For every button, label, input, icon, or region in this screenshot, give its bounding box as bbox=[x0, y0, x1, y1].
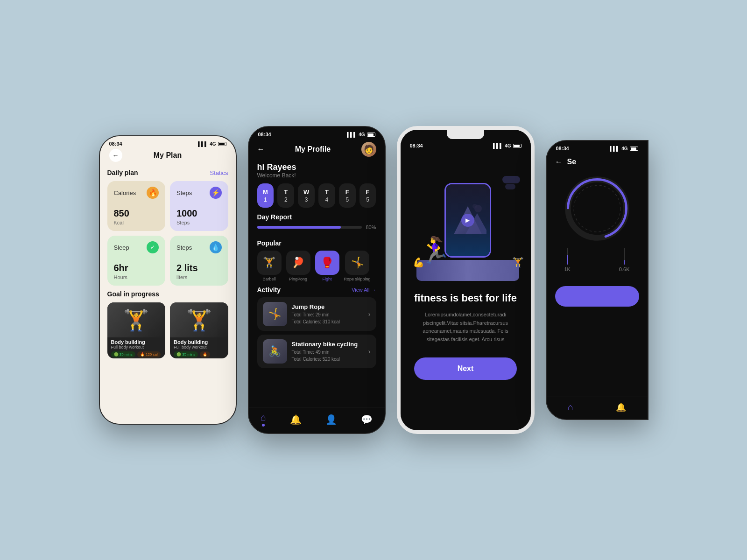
nav-profile[interactable]: 👤 bbox=[325, 414, 337, 425]
sleep-title: Sleep bbox=[114, 244, 129, 251]
goal-section: Goal in progress 🏋️ Body building Full b… bbox=[107, 290, 228, 358]
sleep-card: Sleep ✓ 6hr Hours bbox=[107, 236, 166, 286]
activity-chevron-1: › bbox=[368, 310, 371, 318]
sleep-unit: Hours bbox=[114, 274, 159, 280]
svg-point-6 bbox=[574, 185, 620, 232]
activity-details-2: Total Time: 49 minTotal Calories: 520 kc… bbox=[292, 349, 364, 363]
plan-body: Daily plan Statics Calories 🔥 850 Kcal bbox=[100, 164, 236, 424]
activity-section: Activity View All → 🤸 Jump Rope Total Ti… bbox=[249, 286, 385, 372]
water-title: Steps bbox=[176, 244, 192, 251]
chart-labels: 1K 0.6K bbox=[555, 248, 639, 272]
stats-grid: Calories 🔥 850 Kcal Steps ⚡ 1000 Step bbox=[107, 181, 228, 286]
day-btn-wed[interactable]: W 3 bbox=[298, 183, 315, 208]
sleep-icon: ✓ bbox=[147, 241, 159, 253]
popular-barbell[interactable]: 🏋 Barbell bbox=[257, 251, 282, 281]
activity-name-2: Stationary bike cycling bbox=[292, 341, 364, 348]
circle-chart bbox=[562, 174, 632, 244]
phone4-back-btn[interactable]: ← bbox=[555, 158, 563, 166]
fitness-description: Loremipsumdolamet,consecteturadi piscing… bbox=[412, 311, 520, 343]
phone1-statusbar: 08:34 ▌▌▌ 4G bbox=[100, 136, 236, 148]
nav-chat[interactable]: 💬 bbox=[361, 414, 373, 425]
phone2-statusbar: 08:34 ▌▌▌ 4G bbox=[249, 127, 385, 139]
steps-icon: ⚡ bbox=[210, 187, 222, 199]
popular-title: Popular bbox=[257, 239, 376, 247]
day-btn-mon[interactable]: M 1 bbox=[257, 183, 274, 208]
phone-4: 08:34 ▌▌▌ 4G ← Se bbox=[546, 140, 648, 420]
goal-card-2-title: Body building bbox=[174, 339, 225, 345]
phone1-time: 08:34 bbox=[109, 141, 122, 147]
nav-bell[interactable]: 🔔 bbox=[290, 414, 302, 425]
goal-card-2[interactable]: 🏋️ Body building Full body workout 🟢 35 … bbox=[170, 302, 228, 358]
popular-fight[interactable]: 🥊 Fight bbox=[315, 251, 339, 281]
goal-tag-cal-1: 🔥 120 cal bbox=[137, 351, 161, 357]
phones-container: 08:34 ▌▌▌ 4G ← My Plan Daily plan Static… bbox=[0, 0, 747, 560]
phone1-status-icons: ▌▌▌ 4G bbox=[198, 141, 226, 147]
progress-bar-fill bbox=[257, 226, 341, 229]
goal-card-1[interactable]: 🏋️ Body building Full body workout 🟢 35 … bbox=[107, 302, 166, 358]
popular-rope[interactable]: 🤸 Rope skipping bbox=[344, 251, 371, 281]
daily-plan-label: Daily plan bbox=[107, 169, 138, 176]
phone4-time: 08:34 bbox=[556, 146, 569, 151]
activity-header: Activity View All → bbox=[257, 286, 376, 294]
chart-label-06k: 0.6K bbox=[619, 248, 630, 272]
steps-value: 1000 bbox=[176, 208, 222, 219]
goal-section-title: Goal in progress bbox=[107, 290, 228, 298]
view-all-link[interactable]: View All → bbox=[352, 287, 376, 293]
calories-value: 850 bbox=[114, 208, 159, 219]
activity-details-1: Total Time: 29 minTotal Calories: 310 kc… bbox=[292, 311, 364, 325]
steps-unit: Steps bbox=[176, 220, 222, 225]
fitness-illustration: ▶ 🏃‍♀️ 💪 🏋 bbox=[412, 169, 524, 281]
day-btn-fri1[interactable]: F 5 bbox=[339, 183, 356, 208]
phone2-welcome-text: Welcome Back! bbox=[257, 172, 376, 179]
calories-card: Calories 🔥 850 Kcal bbox=[107, 181, 166, 231]
phone4-nav-bell[interactable]: 🔔 bbox=[616, 402, 626, 413]
svg-point-3 bbox=[472, 204, 477, 209]
goal-card-1-image: 🏋️ bbox=[107, 302, 166, 337]
phone4-page-title: Se bbox=[567, 158, 577, 166]
goal-card-1-subtitle: Full body workout bbox=[111, 345, 162, 350]
dumbbell-right-icon: 🏋 bbox=[512, 257, 524, 268]
activity-card-2[interactable]: 🚴 Stationary bike cycling Total Time: 49… bbox=[257, 335, 376, 368]
activity-thumb-2: 🚴 bbox=[263, 339, 287, 364]
water-value: 2 lits bbox=[176, 263, 222, 273]
water-icon: 💧 bbox=[210, 241, 222, 253]
calories-unit: Kcal bbox=[114, 220, 159, 225]
progress-percentage: 80% bbox=[366, 224, 376, 230]
fitness-title: fitness is best for life bbox=[414, 292, 517, 304]
dumbbell-left-icon: 💪 bbox=[413, 257, 424, 268]
popular-pingpong[interactable]: 🏓 PingPong bbox=[286, 251, 310, 281]
goal-card-2-image: 🏋️ bbox=[170, 302, 228, 337]
activity-card-1[interactable]: 🤸 Jump Rope Total Time: 29 minTotal Calo… bbox=[257, 297, 376, 331]
activity-name-1: Jump Rope bbox=[292, 303, 364, 310]
calories-icon: 🔥 bbox=[147, 187, 159, 199]
play-button[interactable]: ▶ bbox=[461, 214, 474, 227]
phone4-action-btn[interactable] bbox=[555, 286, 639, 307]
day-btn-fri2[interactable]: F 5 bbox=[359, 183, 376, 208]
phone4-content: ← Se 1K bbox=[547, 153, 648, 311]
day-btn-tue[interactable]: T 2 bbox=[277, 183, 294, 208]
phone-2: 08:34 ▌▌▌ 4G ← My Profile 🧑 hi Rayees We… bbox=[248, 126, 386, 434]
day-btn-thu[interactable]: T 4 bbox=[318, 183, 335, 208]
daily-plan-header: Daily plan Statics bbox=[107, 169, 228, 176]
back-button[interactable]: ← bbox=[109, 149, 122, 162]
phone2-avatar[interactable]: 🧑 bbox=[361, 142, 376, 157]
activity-title: Activity bbox=[257, 286, 281, 294]
phone4-header: ← Se bbox=[555, 158, 639, 166]
goal-tag-time-2: 🟢 35 mins bbox=[174, 351, 198, 357]
popular-items-list: 🏋 Barbell 🏓 PingPong 🥊 Fight 🤸 Rope skip… bbox=[257, 251, 376, 281]
activity-info-1: Jump Rope Total Time: 29 minTotal Calori… bbox=[292, 303, 364, 325]
cloud-2 bbox=[505, 184, 515, 189]
next-button[interactable]: Next bbox=[414, 357, 517, 380]
calories-title: Calories bbox=[114, 189, 136, 196]
phone2-header: ← My Profile 🧑 bbox=[249, 139, 385, 161]
progress-bar-bg bbox=[257, 226, 362, 229]
steps-title: Steps bbox=[176, 189, 192, 196]
phone4-nav-home[interactable]: ⌂ bbox=[568, 402, 573, 413]
phone3-time: 08:34 bbox=[410, 143, 423, 148]
goal-tag-cal-2: 🔥 bbox=[200, 351, 210, 357]
statics-link[interactable]: Statics bbox=[210, 169, 228, 176]
phone2-back-btn[interactable]: ← bbox=[257, 145, 265, 154]
page-title: My Plan bbox=[154, 151, 182, 160]
activity-thumb-1: 🤸 bbox=[263, 302, 287, 326]
nav-home[interactable]: ⌂ bbox=[261, 412, 266, 427]
